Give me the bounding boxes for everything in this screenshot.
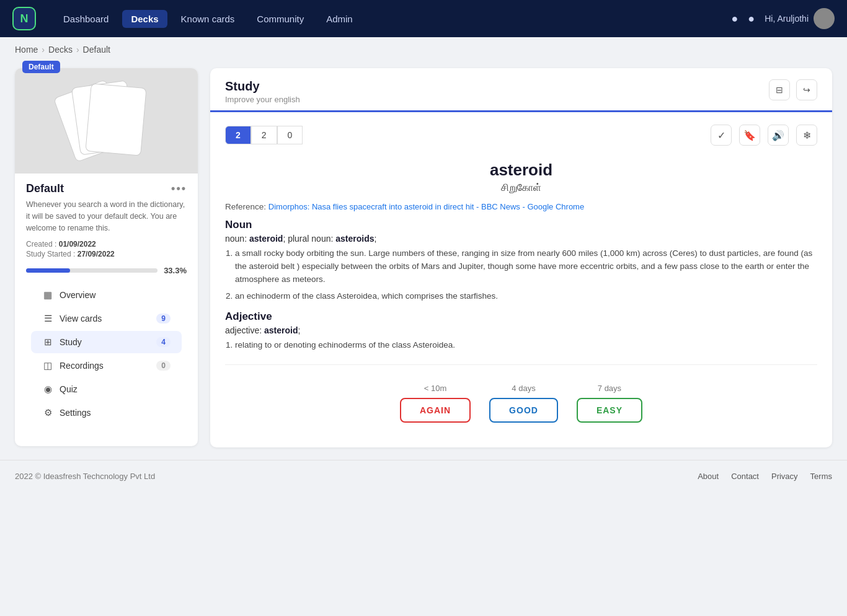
sidebar-item-view-cards[interactable]: ☰ View cards 9 xyxy=(31,307,182,330)
view-cards-icon: ☰ xyxy=(42,313,53,324)
progress-percentage: 33.3% xyxy=(164,266,187,275)
main-layout: Default Default ••• Whenever you search … xyxy=(0,62,847,460)
user-greeting: Hi, Aruljothi xyxy=(765,8,835,29)
nav-community[interactable]: Community xyxy=(248,10,313,28)
logo[interactable]: N xyxy=(12,7,36,30)
cards-graphic xyxy=(63,84,150,158)
adj-definitions: relating to or denoting echinoderms of t… xyxy=(235,339,817,352)
word-translation: சிறுகோள் xyxy=(225,182,817,193)
recordings-badge: 0 xyxy=(156,361,171,371)
nav-known-cards[interactable]: Known cards xyxy=(172,10,244,28)
study-title: Study xyxy=(225,79,300,94)
sidebar-item-overview[interactable]: ▦ Overview xyxy=(31,284,182,306)
footer-about[interactable]: About xyxy=(698,472,719,481)
content-header-text: Study Improve your english xyxy=(225,79,300,104)
adj-def-1: relating to or denoting echinoderms of t… xyxy=(235,339,817,352)
breadcrumb-home[interactable]: Home xyxy=(15,45,38,55)
snowflake-button[interactable]: ❄ xyxy=(796,125,817,146)
good-button[interactable]: GOOD xyxy=(489,398,558,423)
again-time: < 10m xyxy=(424,384,447,393)
deck-description: Whenever you search a word in the dictio… xyxy=(26,199,187,234)
study-icon: ⊞ xyxy=(42,337,53,348)
quiz-icon: ◉ xyxy=(42,384,53,395)
progress-bar xyxy=(26,268,157,273)
sidebar-item-recordings[interactable]: ◫ Recordings 0 xyxy=(31,354,182,377)
quiz-label: Quiz xyxy=(60,384,78,394)
card-area: 2 2 0 ✓ 🔖 🔊 ❄ asteroid சிறுகோள் Referenc… xyxy=(210,112,832,447)
easy-col: 7 days EASY xyxy=(577,384,642,423)
study-started-date: Study Started : 27/09/2022 xyxy=(26,250,187,258)
recordings-label: Recordings xyxy=(60,361,104,371)
study-badge: 4 xyxy=(156,337,171,347)
breadcrumb-sep-2: › xyxy=(76,45,79,55)
content-header: Study Improve your english ⊟ ↪ xyxy=(210,68,832,112)
bookmark-button[interactable]: 🔖 xyxy=(739,125,760,146)
navbar: N Dashboard Decks Known cards Community … xyxy=(0,0,847,37)
easy-button[interactable]: EASY xyxy=(577,398,642,423)
avatar[interactable] xyxy=(814,8,835,29)
sidebar-item-quiz[interactable]: ◉ Quiz xyxy=(31,378,182,400)
breadcrumb: Home › Decks › Default xyxy=(0,37,847,62)
sidebar-item-study[interactable]: ⊞ Study 4 xyxy=(31,331,182,353)
pos-adjective: Adjective xyxy=(225,310,817,323)
deck-meta: Created : 01/09/2022 Study Started : 27/… xyxy=(26,240,187,258)
header-actions: ⊟ ↪ xyxy=(769,79,817,100)
deck-options-button[interactable]: ••• xyxy=(171,182,187,195)
view-cards-label: View cards xyxy=(60,314,102,323)
reference-link[interactable]: Dimorphos: Nasa flies spacecraft into as… xyxy=(268,202,584,211)
sidebar-content: Default ••• Whenever you search a word i… xyxy=(15,174,198,434)
study-subtitle: Improve your english xyxy=(225,95,300,104)
deck-title-row: Default ••• xyxy=(26,182,187,195)
easy-time: 7 days xyxy=(598,384,621,393)
noun-def-1: a small rocky body orbiting the sun. Lar… xyxy=(235,247,817,286)
audio-button[interactable]: 🔊 xyxy=(768,125,789,146)
nav-admin[interactable]: Admin xyxy=(317,10,361,28)
bookmark-view-button[interactable]: ⊟ xyxy=(769,79,790,100)
navbar-right: ● ● Hi, Aruljothi xyxy=(731,8,835,29)
noun-definitions: a small rocky body orbiting the sun. Lar… xyxy=(235,247,817,303)
study-label: Study xyxy=(60,337,82,347)
nav-decks[interactable]: Decks xyxy=(122,10,167,28)
footer-contact[interactable]: Contact xyxy=(731,472,759,481)
review-footer: < 10m AGAIN 4 days GOOD 7 days EASY xyxy=(225,377,817,435)
card-action-icons: ✓ 🔖 🔊 ❄ xyxy=(711,125,817,146)
good-col: 4 days GOOD xyxy=(489,384,558,423)
copyright: 2022 © Ideasfresh Techcnology Pvt Ltd xyxy=(15,472,155,481)
word-main: asteroid xyxy=(225,161,817,180)
footer-terms[interactable]: Terms xyxy=(810,472,832,481)
search-icon[interactable]: ● xyxy=(731,12,738,25)
page-footer: 2022 © Ideasfresh Techcnology Pvt Ltd Ab… xyxy=(0,460,847,492)
settings-icon: ⚙ xyxy=(42,407,53,418)
breadcrumb-sep-1: › xyxy=(42,45,45,55)
card-counters: 2 2 0 ✓ 🔖 🔊 ❄ xyxy=(225,125,817,146)
share-button[interactable]: ↪ xyxy=(796,79,817,100)
view-cards-badge: 9 xyxy=(156,314,171,323)
check-button[interactable]: ✓ xyxy=(711,125,732,146)
reference-line: Reference: Dimorphos: Nasa flies spacecr… xyxy=(225,202,817,211)
noun-def-2: an echinoderm of the class Asteroidea, w… xyxy=(235,290,817,303)
sidebar-item-settings[interactable]: ⚙ Settings xyxy=(31,402,182,424)
overview-icon: ▦ xyxy=(42,289,53,301)
reference-label: Reference: xyxy=(225,202,266,211)
content-panel: Study Improve your english ⊟ ↪ 2 2 0 ✓ 🔖… xyxy=(210,68,832,447)
noun-line: noun: asteroid; plural noun: asteroids; xyxy=(225,234,817,244)
bell-icon[interactable]: ● xyxy=(748,12,755,25)
sidebar: Default Default ••• Whenever you search … xyxy=(15,68,198,446)
counter-remaining: 2 xyxy=(225,126,251,144)
progress-row: 33.3% xyxy=(26,266,187,275)
sidebar-badge: Default xyxy=(22,61,60,73)
footer-links: About Contact Privacy Terms xyxy=(698,472,832,481)
definition-section: Noun noun: asteroid; plural noun: astero… xyxy=(225,219,817,352)
pos-noun: Noun xyxy=(225,219,817,231)
breadcrumb-decks[interactable]: Decks xyxy=(48,45,73,55)
again-button[interactable]: AGAIN xyxy=(400,398,471,423)
word-display: asteroid சிறுகோள் xyxy=(225,161,817,193)
again-col: < 10m AGAIN xyxy=(400,384,471,423)
footer-privacy[interactable]: Privacy xyxy=(771,472,798,481)
card-shape-3 xyxy=(85,83,146,156)
divider xyxy=(225,364,817,365)
nav-dashboard[interactable]: Dashboard xyxy=(55,10,117,28)
nav-bar: Dashboard Decks Known cards Community Ad… xyxy=(55,10,361,28)
good-time: 4 days xyxy=(512,384,535,393)
overview-label: Overview xyxy=(60,290,95,300)
